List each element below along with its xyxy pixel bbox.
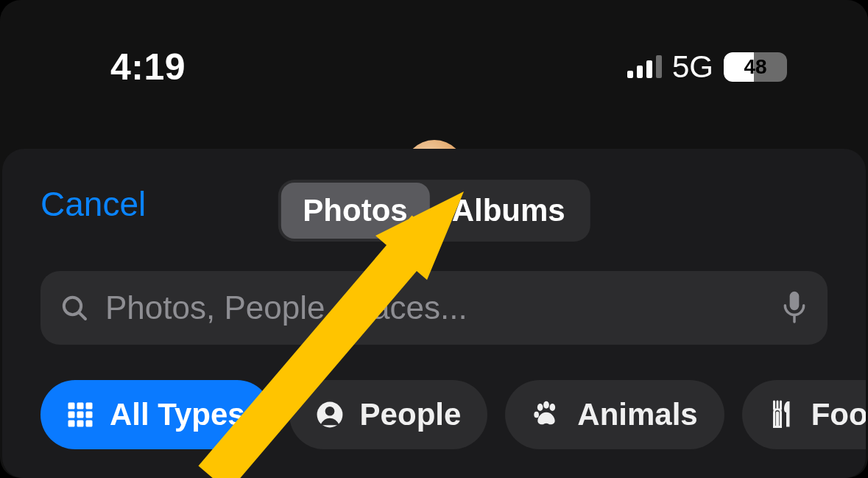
chip-label: People — [360, 397, 462, 432]
status-bar: 4:19 5G 48 — [0, 46, 868, 88]
grid-icon — [67, 401, 93, 428]
svg-rect-2 — [790, 292, 800, 310]
chip-label: Food — [811, 397, 866, 432]
tab-photos[interactable]: Photos — [280, 183, 429, 239]
microphone-icon[interactable] — [780, 290, 808, 326]
svg-rect-11 — [77, 421, 84, 427]
svg-point-17 — [550, 404, 556, 411]
search-icon — [60, 293, 89, 323]
network-label: 5G — [672, 49, 713, 85]
svg-point-18 — [534, 412, 540, 418]
photo-picker-sheet: Cancel Photos Albums Photos, People, Pla… — [2, 149, 866, 478]
svg-rect-19 — [775, 412, 779, 427]
svg-rect-7 — [68, 412, 75, 418]
sheet-header: Cancel Photos Albums — [2, 149, 866, 245]
cellular-signal-icon — [627, 56, 662, 78]
search-placeholder: Photos, People, Places... — [105, 289, 764, 326]
cancel-button[interactable]: Cancel — [40, 184, 146, 224]
chip-people[interactable]: People — [289, 380, 488, 449]
chip-food[interactable]: Food — [742, 380, 866, 449]
svg-point-16 — [543, 401, 549, 409]
status-right: 5G 48 — [627, 49, 787, 85]
chip-label: Animals — [577, 397, 697, 432]
person-icon — [316, 401, 344, 429]
chip-label: All Types — [110, 397, 245, 432]
segmented-control: Photos Albums — [278, 180, 590, 242]
svg-rect-4 — [68, 403, 75, 410]
search-field[interactable]: Photos, People, Places... — [40, 271, 828, 345]
clock-time: 4:19 — [110, 46, 186, 88]
svg-line-1 — [79, 312, 85, 319]
svg-rect-6 — [86, 403, 93, 410]
utensils-icon — [769, 400, 795, 429]
svg-rect-9 — [86, 412, 93, 418]
svg-rect-12 — [86, 421, 93, 427]
chip-all-types[interactable]: All Types — [40, 380, 272, 449]
tab-albums[interactable]: Albums — [430, 183, 588, 239]
battery-level: 48 — [724, 52, 787, 82]
svg-rect-5 — [77, 403, 84, 410]
svg-rect-8 — [77, 412, 84, 418]
chip-animals[interactable]: Animals — [505, 380, 724, 449]
battery-icon: 48 — [724, 52, 787, 82]
phone-screen: 4:19 5G 48 Cancel Photos Albums — [0, 0, 868, 478]
svg-point-15 — [537, 404, 543, 411]
filter-chips-row: All Types People — [2, 345, 866, 449]
paw-icon — [532, 400, 561, 429]
svg-rect-10 — [68, 421, 75, 427]
svg-point-14 — [325, 407, 334, 416]
